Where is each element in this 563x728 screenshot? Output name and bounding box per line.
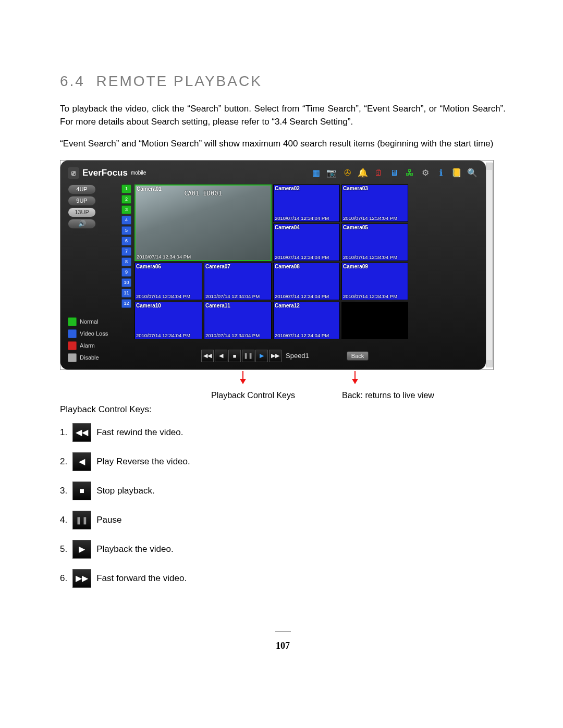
camera-cell[interactable]: Camera052010/07/14 12:34:04 PM <box>341 224 408 261</box>
camera-cell[interactable]: Camera112010/07/14 12:34:04 PM <box>204 302 272 339</box>
legend-label: Alarm <box>80 342 95 349</box>
intro-para-2: “Event Search” and “Motion Search” will … <box>60 138 506 151</box>
play-reverse-button[interactable]: ◀ <box>215 350 227 362</box>
search-icon[interactable]: 🔍 <box>466 167 479 179</box>
logo-icon: ⎚ <box>68 167 79 179</box>
playback-keys-list: 1.◀◀ Fast rewind the video.2.◀ Play Reve… <box>60 423 506 588</box>
key-desc: Playback the video. <box>96 544 173 554</box>
key-desc: Pause <box>96 515 121 525</box>
camera-icon[interactable]: 📷 <box>325 167 338 179</box>
legend-swatch-green <box>68 317 77 326</box>
camera-cell[interactable]: Camera022010/07/14 12:34:04 PM <box>273 184 340 222</box>
fast-rewind-button[interactable]: ◀◀ <box>201 350 214 362</box>
key-icon: ▶ <box>72 540 91 559</box>
channel-button-12[interactable]: 12 <box>121 299 131 308</box>
camera-cell-1-active[interactable]: Camera01 CA01 ID001 2010/07/14 12:34:04 … <box>134 184 272 261</box>
channel-button-7[interactable]: 7 <box>121 247 131 256</box>
key-item: 2.◀ Play Reverse the video. <box>60 452 506 471</box>
fast-forward-button[interactable]: ▶▶ <box>269 350 282 362</box>
camera-cell[interactable]: Camera042010/07/14 12:34:04 PM <box>273 224 340 261</box>
camera-cell[interactable]: Camera032010/07/14 12:34:04 PM <box>341 184 408 222</box>
key-desc: Fast forward the video. <box>96 573 187 584</box>
key-item: 4.❚❚ Pause <box>60 511 506 529</box>
channel-button-1[interactable]: 1 <box>121 184 131 193</box>
arrow-icon <box>354 371 356 384</box>
key-desc: Stop playback. <box>96 486 155 496</box>
key-item: 6.▶▶ Fast forward the video. <box>60 569 506 588</box>
camera-cell[interactable]: Camera072010/07/14 12:34:04 PM <box>204 263 272 300</box>
key-icon: ■ <box>72 482 91 500</box>
key-icon: ▶▶ <box>72 569 91 588</box>
camera-cell[interactable]: Camera082010/07/14 12:34:04 PM <box>273 263 340 300</box>
legend-row: Alarm <box>68 341 131 350</box>
camera-cell[interactable]: Camera062010/07/14 12:34:04 PM <box>134 263 202 300</box>
pause-button[interactable]: ❚❚ <box>242 350 254 362</box>
top-toolbar: ▦ 📷 ✇ 🔔 🗓 🖥 🖧 ⚙ ℹ 📒 🔍 <box>310 167 479 179</box>
legend-label: Disable <box>80 354 99 361</box>
legend-row: Normal <box>68 317 131 326</box>
channel-button-2[interactable]: 2 <box>121 195 131 204</box>
gear-icon[interactable]: ⚙ <box>419 167 432 179</box>
channel-button-3[interactable]: 3 <box>121 205 131 214</box>
bell-icon[interactable]: 🔔 <box>357 167 369 179</box>
side-panel: 4UP 9UP 13UP 🔊 123456789101112 NormalVid… <box>68 184 131 362</box>
view-13up-button[interactable]: 13UP <box>68 207 96 217</box>
annotation-labels: Playback Control Keys Back: returns to l… <box>60 391 506 400</box>
calendar-icon[interactable]: 🗓 <box>372 167 385 179</box>
speaker-button[interactable]: 🔊 <box>68 219 96 229</box>
camera-cell-empty <box>341 302 408 339</box>
key-item: 1.◀◀ Fast rewind the video. <box>60 423 506 442</box>
legend-swatch-blue <box>68 329 77 338</box>
legend-row: Disable <box>68 353 131 362</box>
monitor-icon[interactable]: 🖥 <box>388 167 400 179</box>
back-button[interactable]: Back <box>347 351 369 361</box>
channel-button-6[interactable]: 6 <box>121 237 131 245</box>
channel-button-10[interactable]: 10 <box>121 278 131 287</box>
annotation-arrows <box>60 370 506 391</box>
network-icon[interactable]: 🖧 <box>403 167 416 179</box>
app-screenshot: ⎚ EverFocus mobile ▦ 📷 ✇ 🔔 🗓 🖥 🖧 ⚙ ℹ 📒 🔍 <box>60 160 494 370</box>
channel-button-8[interactable]: 8 <box>121 257 131 266</box>
key-icon: ◀◀ <box>72 423 91 442</box>
note-icon[interactable]: 📒 <box>450 167 463 179</box>
channel-list: 123456789101112 <box>121 184 131 308</box>
channel-button-4[interactable]: 4 <box>121 216 131 225</box>
legend-label: Normal <box>80 318 98 325</box>
legend-row: Video Loss <box>68 329 131 338</box>
status-legend: NormalVideo LossAlarmDisable <box>68 317 131 362</box>
key-icon: ❚❚ <box>72 511 91 529</box>
view-4up-button[interactable]: 4UP <box>68 184 96 194</box>
legend-label: Video Loss <box>80 330 108 337</box>
keys-intro: Playback Control Keys: <box>60 404 506 415</box>
channel-button-11[interactable]: 11 <box>121 289 131 298</box>
view-9up-button[interactable]: 9UP <box>68 196 96 206</box>
key-icon: ◀ <box>72 452 91 471</box>
camera-cell[interactable]: Camera122010/07/14 12:34:04 PM <box>273 302 340 339</box>
camera-cell[interactable]: Camera092010/07/14 12:34:04 PM <box>341 263 408 300</box>
channel-button-5[interactable]: 5 <box>121 226 131 235</box>
legend-swatch-grey <box>68 353 77 362</box>
playback-controls: ◀◀ ◀ ■ ❚❚ ▶ ▶▶ Speed1 Back <box>201 350 479 362</box>
key-desc: Play Reverse the video. <box>96 456 190 467</box>
brand-logo: ⎚ EverFocus mobile <box>68 167 146 179</box>
page-number: 107 <box>60 598 506 662</box>
camera-grid: Camera01 CA01 ID001 2010/07/14 12:34:04 … <box>134 184 479 346</box>
reel-icon[interactable]: ✇ <box>341 167 353 179</box>
stop-button[interactable]: ■ <box>228 350 241 362</box>
vertical-scrollbar[interactable] <box>486 163 493 367</box>
arrow-icon <box>242 371 243 384</box>
section-heading: 6.4 REMOTE PLAYBACK <box>60 73 506 90</box>
key-item: 3.■ Stop playback. <box>60 482 506 500</box>
legend-swatch-red <box>68 341 77 350</box>
view-buttons: 4UP 9UP 13UP 🔊 <box>68 184 96 308</box>
intro-para-1: To playback the video, click the “Search… <box>60 103 506 128</box>
channel-button-9[interactable]: 9 <box>121 268 131 277</box>
speed-label: Speed1 <box>286 352 309 360</box>
play-button[interactable]: ▶ <box>255 350 268 362</box>
grid-icon[interactable]: ▦ <box>310 167 322 179</box>
key-item: 5.▶ Playback the video. <box>60 540 506 559</box>
camera-cell[interactable]: Camera102010/07/14 12:34:04 PM <box>134 302 202 339</box>
info-icon[interactable]: ℹ <box>435 167 447 179</box>
key-desc: Fast rewind the video. <box>96 427 183 438</box>
